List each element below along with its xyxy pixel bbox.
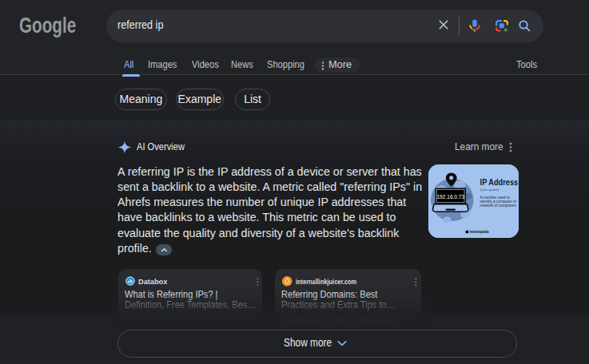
- svg-text:IP Address: IP Address: [480, 177, 518, 187]
- svg-text:network of computers: network of computers: [480, 203, 516, 208]
- svg-text:192.16.0.73: 192.16.0.73: [436, 194, 464, 200]
- svg-text:(I pee ay-dres): (I pee ay-dres): [480, 187, 499, 191]
- svg-text:Investopedia: Investopedia: [469, 230, 488, 234]
